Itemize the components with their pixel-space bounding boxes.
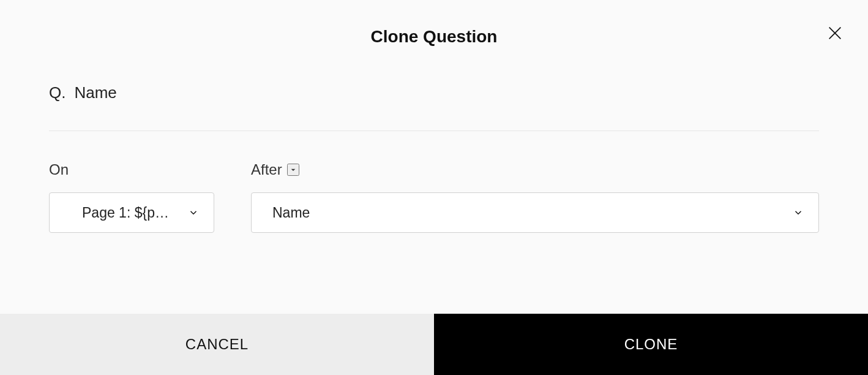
question-name: Name [74,83,116,102]
controls-row: On Page 1: ${p… After Name [49,131,819,233]
dialog-title: Clone Question [0,27,868,47]
close-button[interactable] [825,23,845,43]
clone-button[interactable]: CLONE [434,314,868,375]
chevron-down-icon [793,207,804,218]
dialog-header: Clone Question [0,0,868,59]
after-position-toggle[interactable] [287,164,299,176]
close-icon [826,25,844,42]
after-question-value: Name [272,205,785,221]
question-row: Q. Name [49,83,819,131]
clone-question-dialog: Clone Question Q. Name On Page 1: ${p… [0,0,868,375]
after-question-select[interactable]: Name [251,192,819,233]
on-label-row: On [49,161,214,179]
dialog-content: Q. Name On Page 1: ${p… After [0,59,868,314]
after-label: After [251,161,282,178]
question-prefix: Q. [49,83,65,102]
on-control-group: On Page 1: ${p… [49,161,214,233]
caret-down-icon [288,165,298,175]
dialog-footer: CANCEL CLONE [0,314,868,375]
after-control-group: After Name [251,161,819,233]
chevron-down-icon [188,207,199,218]
on-page-select[interactable]: Page 1: ${p… [49,192,214,233]
on-label: On [49,161,69,178]
after-label-row: After [251,161,819,179]
cancel-button[interactable]: CANCEL [0,314,434,375]
on-page-value: Page 1: ${p… [70,205,181,221]
